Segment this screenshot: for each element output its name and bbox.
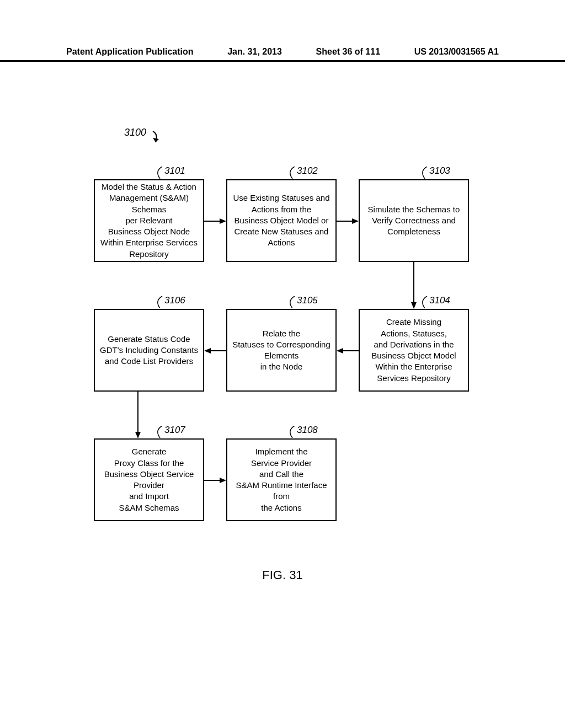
sheet-number: Sheet 36 of 111 [316, 47, 381, 57]
figure-main-ref: 3100 [124, 127, 146, 138]
ref-3103: 3103 [429, 165, 450, 176]
box-text: Relate the Statuses to Corresponding Ele… [232, 328, 331, 373]
box-text: Implement the Service Provider and Call … [232, 446, 331, 513]
svg-marker-12 [135, 432, 141, 438]
publication-number: US 2013/0031565 A1 [414, 47, 499, 57]
box-text: Model the Status & Action Management (S&… [99, 181, 199, 260]
figure-ref-arrow-icon [150, 131, 167, 148]
flow-box-3107: Generate Proxy Class for the Business Ob… [94, 438, 204, 521]
flow-box-3105: Relate the Statuses to Corresponding Ele… [226, 309, 337, 392]
ref-bracket-icon [287, 426, 298, 438]
ref-bracket-icon [154, 167, 166, 179]
arrow-right-icon [204, 218, 226, 224]
arrow-down-icon [135, 392, 141, 438]
box-text: Use Existing Statuses and Actions from t… [232, 192, 331, 248]
publication-date: Jan. 31, 2013 [227, 47, 282, 57]
figure-caption: FIG. 31 [262, 568, 302, 582]
ref-3106: 3106 [164, 295, 185, 306]
arrow-right-icon [337, 218, 359, 224]
figure-area: 3100 Model the Status & Action Managemen… [0, 99, 565, 728]
flow-box-3108: Implement the Service Provider and Call … [226, 438, 337, 521]
ref-3104: 3104 [429, 295, 450, 306]
flow-box-3102: Use Existing Statuses and Actions from t… [226, 179, 337, 262]
box-text: Create Missing Actions, Statuses, and De… [364, 317, 463, 384]
svg-marker-6 [411, 302, 417, 309]
ref-3102: 3102 [297, 165, 318, 176]
publication-type: Patent Application Publication [66, 47, 194, 57]
flow-box-3101: Model the Status & Action Management (S&… [94, 179, 204, 262]
arrow-down-icon [411, 262, 417, 309]
flow-box-3106: Generate Status Code GDT's Including Con… [94, 309, 204, 392]
flow-box-3104: Create Missing Actions, Statuses, and De… [359, 309, 469, 392]
svg-marker-2 [220, 218, 226, 224]
ref-3108: 3108 [297, 425, 318, 436]
ref-3107: 3107 [164, 425, 185, 436]
page-header: Patent Application Publication Jan. 31, … [0, 47, 565, 62]
box-text: Generate Proxy Class for the Business Ob… [99, 446, 199, 513]
ref-3105: 3105 [297, 295, 318, 306]
arrow-left-icon [337, 347, 359, 354]
arrow-left-icon [204, 347, 226, 354]
ref-bracket-icon [287, 167, 298, 179]
ref-3101: 3101 [164, 165, 185, 176]
ref-bracket-icon [419, 167, 430, 179]
flow-box-3103: Simulate the Schemas to Verify Correctne… [359, 179, 469, 262]
svg-marker-0 [153, 138, 159, 142]
ref-bracket-icon [154, 426, 166, 438]
ref-bracket-icon [154, 296, 166, 308]
ref-bracket-icon [419, 296, 430, 308]
svg-marker-4 [352, 218, 359, 224]
svg-marker-14 [220, 478, 226, 483]
box-text: Generate Status Code GDT's Including Con… [99, 334, 199, 367]
svg-marker-10 [204, 348, 211, 354]
svg-marker-8 [337, 348, 343, 354]
arrow-right-icon [204, 477, 226, 484]
ref-bracket-icon [287, 296, 298, 308]
box-text: Simulate the Schemas to Verify Correctne… [364, 204, 463, 238]
